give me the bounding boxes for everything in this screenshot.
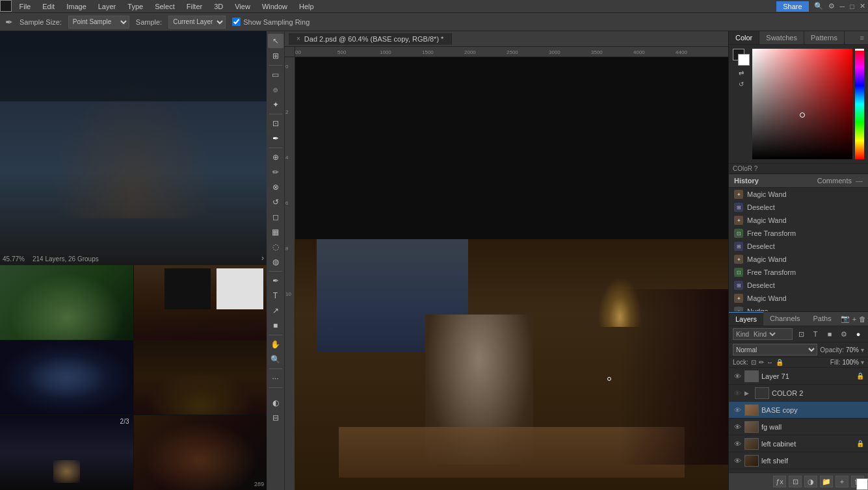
layer-item-2[interactable]: 👁 ▶ COLOR 2 (729, 385, 868, 402)
color-panel-collapse[interactable]: ≡ (856, 31, 868, 44)
layer-3-visibility-toggle[interactable]: 👁 (733, 406, 742, 415)
history-item-3[interactable]: ✦ Magic Wand (729, 214, 868, 227)
show-sampling-ring-label[interactable]: Show Sampling Ring (232, 18, 309, 26)
layer-2-group-expand[interactable]: ▶ (744, 390, 752, 396)
shape-tool[interactable]: ■ (268, 318, 283, 333)
thumbnail-1[interactable] (0, 265, 133, 340)
more-tools[interactable]: ··· (268, 371, 283, 385)
menu-view[interactable]: View (231, 3, 254, 10)
layers-camera-icon[interactable]: 📷 (841, 315, 850, 323)
history-comments-tab[interactable]: Comments (817, 177, 852, 185)
menu-filter[interactable]: Filter (183, 3, 206, 10)
menu-image[interactable]: Image (62, 3, 90, 10)
tab-paths[interactable]: Paths (807, 312, 838, 326)
layer-1-visibility-toggle[interactable]: 👁 (733, 372, 742, 381)
tab-channels[interactable]: Channels (763, 312, 806, 326)
background-color-swatch[interactable] (738, 54, 750, 66)
layers-delete-icon[interactable]: 🗑 (859, 315, 866, 323)
history-item-2[interactable]: ⊞ Deselect (729, 201, 868, 214)
layer-item-3[interactable]: 👁 BASE copy (729, 402, 868, 419)
pen-tool[interactable]: ✒ (268, 274, 283, 288)
filter-kind-select[interactable]: Kind (751, 330, 778, 339)
clone-stamp-tool[interactable]: ⊗ (268, 180, 283, 194)
tab-close-btn[interactable]: × (296, 35, 300, 42)
history-item-6[interactable]: ✦ Magic Wand (729, 253, 868, 266)
tab-patterns[interactable]: Patterns (804, 31, 845, 44)
share-button[interactable]: Share (776, 1, 808, 12)
nav-arrow[interactable]: › (261, 253, 264, 263)
layer-6-visibility-toggle[interactable]: 👁 (733, 456, 742, 465)
menu-file[interactable]: File (15, 3, 34, 10)
lock-position-btn[interactable]: ↔ (767, 359, 773, 366)
color-swap-icon[interactable]: ⇄ (739, 70, 744, 77)
screen-mode-tool[interactable]: ⊟ (268, 411, 283, 425)
move-tool[interactable]: ↖ (268, 34, 283, 48)
menu-help[interactable]: Help (295, 3, 318, 10)
layers-add-icon[interactable]: + (852, 315, 856, 323)
menu-edit[interactable]: Edit (38, 3, 59, 10)
maximize-icon[interactable]: □ (850, 3, 854, 10)
menu-3d[interactable]: 3D (210, 3, 227, 10)
lock-transparent-btn[interactable]: ⊡ (751, 359, 756, 366)
layer-5-visibility-toggle[interactable]: 👁 (733, 439, 742, 448)
menu-layer[interactable]: Layer (94, 3, 120, 10)
history-item-10[interactable]: ↕ Nudge (729, 305, 868, 311)
settings-icon[interactable]: ⚙ (828, 2, 835, 10)
blend-mode-select[interactable]: Normal Multiply Screen Overlay (733, 344, 817, 355)
layer-item-6[interactable]: 👁 left shelf (729, 452, 868, 469)
path-selection-tool[interactable]: ↗ (268, 303, 283, 318)
color-reset-icon[interactable]: ↺ (739, 81, 744, 88)
marquee-tool[interactable]: ▭ (268, 68, 283, 82)
brush-tool[interactable]: ✏ (268, 165, 283, 179)
thumbnail-5[interactable]: 2/3 (0, 415, 133, 490)
show-sampling-ring-checkbox[interactable] (232, 18, 241, 26)
tab-swatches[interactable]: Swatches (759, 31, 804, 44)
zoom-tool[interactable]: 🔍 (268, 352, 283, 367)
fill-value[interactable]: 100% (842, 359, 859, 366)
crop-tool[interactable]: ⊡ (268, 116, 283, 131)
eyedropper-tool[interactable]: ✒ (268, 131, 283, 146)
layer-item-1[interactable]: 👁 Layer 71 🔒 (729, 368, 868, 385)
new-group-btn[interactable]: 📁 (820, 476, 833, 487)
color-gradient-picker[interactable] (752, 49, 852, 159)
layer-item-5[interactable]: 👁 left cabinet 🔒 (729, 435, 868, 452)
tab-layers[interactable]: Layers (729, 312, 763, 326)
filter-pixel-btn[interactable]: ⊡ (795, 328, 807, 340)
history-brush-tool[interactable]: ↺ (268, 195, 283, 209)
canvas-content[interactable] (295, 57, 728, 490)
filter-text-btn[interactable]: T (809, 328, 821, 340)
history-item-8[interactable]: ⊞ Deselect (729, 279, 868, 292)
sample-size-select[interactable]: Point Sample 3 by 3 Average 5 by 5 Avera… (68, 16, 129, 29)
eraser-tool[interactable]: ◻ (268, 210, 283, 224)
opacity-value[interactable]: 70% (846, 346, 859, 354)
new-layer-btn[interactable]: + (835, 476, 848, 487)
artboard-tool[interactable]: ⊞ (268, 49, 283, 63)
filter-smart-btn[interactable]: ⚙ (838, 328, 850, 340)
sample-select[interactable]: Current Layer All Layers (168, 16, 226, 29)
layer-2-visibility-toggle[interactable]: 👁 (733, 389, 742, 398)
healing-brush-tool[interactable]: ⊕ (268, 150, 283, 164)
tab-color[interactable]: Color (729, 31, 759, 44)
history-item-5[interactable]: ⊞ Deselect (729, 240, 868, 253)
close-icon[interactable]: ✕ (860, 2, 865, 10)
lock-pixels-btn[interactable]: ✏ (759, 359, 764, 366)
gradient-tool[interactable]: ▦ (268, 225, 283, 239)
quick-mask-tool[interactable]: ◐ (268, 396, 283, 410)
type-tool[interactable]: T (268, 289, 283, 303)
menu-type[interactable]: Type (124, 3, 147, 10)
blur-tool[interactable]: ◌ (268, 240, 283, 254)
minimize-icon[interactable]: ─ (840, 3, 845, 10)
thumbnail-4[interactable] (134, 341, 267, 415)
lock-all-btn[interactable]: 🔒 (776, 359, 783, 366)
menu-select[interactable]: Select (151, 3, 179, 10)
thumbnail-6[interactable]: 289 (134, 415, 267, 490)
new-fill-layer-btn[interactable]: ◑ (804, 476, 817, 487)
add-layer-style-btn[interactable]: ƒx (773, 476, 786, 487)
layer-4-visibility-toggle[interactable]: 👁 (733, 422, 742, 432)
history-panel-header[interactable]: History Comments — (729, 174, 868, 188)
lasso-tool[interactable]: ⌾ (268, 83, 283, 97)
history-item-4[interactable]: ⊡ Free Transform (729, 227, 868, 240)
history-item-9[interactable]: ✦ Magic Wand (729, 292, 868, 305)
history-collapse-btn[interactable]: — (856, 177, 863, 185)
search-icon[interactable]: 🔍 (814, 2, 823, 10)
